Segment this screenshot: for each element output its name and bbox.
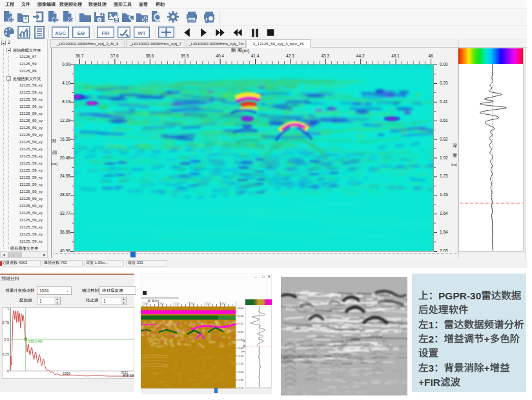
- svg-text:0.61: 0.61: [238, 330, 244, 334]
- svg-text:3: 3: [141, 261, 143, 265]
- svg-text:26.3: 26.3: [190, 303, 195, 305]
- svg-text:1.02: 1.02: [440, 155, 448, 160]
- svg-text:R: R: [460, 290, 467, 301]
- svg-text:H: H: [133, 374, 134, 377]
- svg-text:(290,0.49): (290,0.49): [28, 339, 43, 343]
- svg-text:0.00: 0.00: [238, 306, 244, 310]
- svg-text:37.6: 37.6: [110, 54, 119, 58]
- svg-text:0.75: 0.75: [2, 321, 9, 325]
- svg-text:G: G: [445, 290, 453, 301]
- svg-text:0.82: 0.82: [238, 338, 244, 341]
- svg-text:38.6: 38.6: [145, 54, 154, 58]
- svg-text:24.58: 24.58: [60, 174, 71, 178]
- svg-text:1.43: 1.43: [440, 192, 448, 197]
- svg-text:3: 3: [65, 261, 67, 265]
- svg-text:0.82: 0.82: [440, 137, 448, 141]
- svg-text:1.23: 1.23: [238, 354, 244, 357]
- svg-text:0.41: 0.41: [238, 322, 244, 325]
- svg-text:1.23: 1.23: [440, 174, 448, 178]
- svg-text:+: +: [484, 363, 490, 374]
- svg-text:0.25: 0.25: [2, 352, 9, 356]
- svg-text:0.61: 0.61: [440, 118, 448, 123]
- svg-text:32.77: 32.77: [60, 211, 71, 215]
- svg-text:P: P: [453, 290, 459, 301]
- svg-text:12.29: 12.29: [60, 118, 71, 123]
- svg-text:1.84: 1.84: [238, 378, 244, 381]
- svg-text:40.4: 40.4: [216, 54, 224, 58]
- svg-text:+: +: [484, 334, 490, 345]
- svg-text:0.41: 0.41: [440, 99, 448, 104]
- svg-text:1: 1: [7, 307, 9, 311]
- svg-text:45.1: 45.1: [391, 54, 400, 58]
- svg-text:WT: WT: [138, 30, 146, 36]
- svg-text:24.3: 24.3: [221, 303, 226, 305]
- svg-text:.: .: [108, 261, 109, 265]
- svg-text:R: R: [433, 377, 440, 388]
- svg-text:0.00: 0.00: [440, 62, 448, 66]
- svg-text:P: P: [438, 290, 445, 301]
- svg-text:1.64: 1.64: [440, 211, 448, 215]
- svg-text:43.3: 43.3: [321, 54, 329, 58]
- svg-text:3: 3: [25, 261, 28, 265]
- svg-text:1.84: 1.84: [440, 230, 448, 234]
- svg-text:0.00: 0.00: [62, 62, 70, 66]
- svg-text:44.2: 44.2: [356, 54, 365, 58]
- svg-text:0.5: 0.5: [4, 337, 9, 341]
- svg-text:4.10: 4.10: [62, 81, 70, 85]
- svg-text:8.19: 8.19: [62, 99, 70, 104]
- svg-text:46: 46: [428, 54, 433, 58]
- svg-text:EΘ: EΘ: [77, 30, 85, 36]
- svg-text:0: 0: [476, 290, 482, 301]
- svg-text:3: 3: [429, 363, 435, 374]
- svg-text:FIR: FIR: [101, 30, 110, 36]
- svg-text:0.20: 0.20: [440, 81, 448, 85]
- svg-text:AGC: AGC: [55, 30, 66, 36]
- svg-text:36.7: 36.7: [76, 54, 84, 58]
- svg-text:1: 1: [429, 319, 435, 330]
- svg-text:0.20: 0.20: [238, 314, 244, 317]
- svg-text:25.3: 25.3: [206, 303, 210, 305]
- svg-text:0: 0: [7, 369, 9, 373]
- svg-text:2: 2: [429, 334, 435, 345]
- svg-text:1.43: 1.43: [238, 362, 244, 365]
- svg-text:3112: 3112: [121, 370, 128, 374]
- svg-text:1.64: 1.64: [238, 370, 244, 374]
- svg-text:36.86: 36.86: [60, 230, 71, 234]
- svg-text:41.4: 41.4: [251, 54, 260, 58]
- svg-text:42.3: 42.3: [286, 54, 294, 58]
- svg-text:+: +: [418, 377, 424, 388]
- svg-text:28.67: 28.67: [60, 192, 71, 197]
- svg-text:F: F: [424, 377, 430, 388]
- svg-text:16.38: 16.38: [60, 137, 71, 141]
- svg-text:29.3: 29.3: [144, 303, 148, 305]
- svg-text:28.3: 28.3: [159, 303, 164, 305]
- svg-text:20.48: 20.48: [60, 155, 71, 160]
- svg-text:39.5: 39.5: [181, 54, 189, 58]
- svg-text:27.3: 27.3: [175, 303, 179, 305]
